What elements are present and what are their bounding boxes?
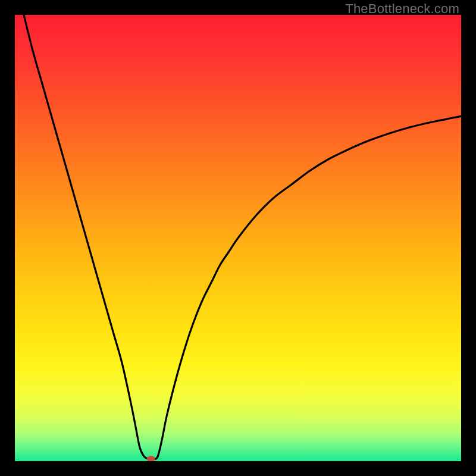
bottleneck-chart bbox=[15, 15, 461, 461]
chart-frame bbox=[15, 15, 461, 461]
